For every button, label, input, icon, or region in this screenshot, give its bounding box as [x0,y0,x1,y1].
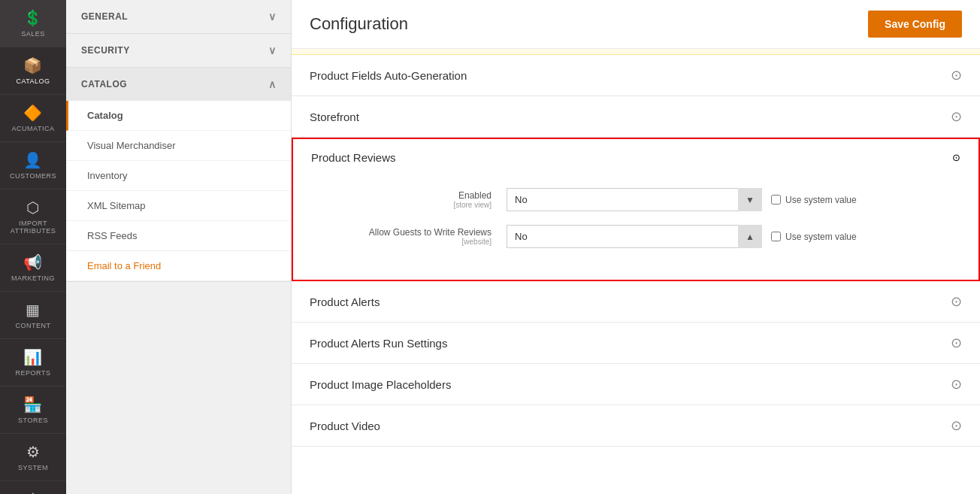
field-control-enabled: No Yes ▼ Use system value [507,188,857,211]
save-config-button[interactable]: Save Config [868,11,962,38]
sidebar-item-reports[interactable]: 📊 REPORTS [0,339,66,386]
left-nav: 💲 SALES 📦 CATALOG 🔶 ACUMATICA 👤 CUSTOMER… [0,0,66,494]
chevron-down-icon: ∨ [268,11,277,23]
nav-content-label: CONTENT [16,322,51,329]
import-attributes-icon: ⬡ [26,199,40,217]
catalog-icon: 📦 [23,56,43,74]
nav-import-label: IMPORT ATTRIBUTES [3,220,63,235]
field-scope-enabled: [store view] [311,201,492,209]
section-product-image-placeholders[interactable]: Product Image Placeholders ⊙ [292,364,980,405]
section-product-video-title: Product Video [310,420,380,432]
select-wrapper-allow-guests: No Yes ▲ [507,225,762,248]
system-icon: ⚙ [26,443,41,461]
expand-circle-icon: ⊙ [951,67,962,83]
inventory-label: Inventory [87,170,127,181]
expand-circle-icon-6: ⊙ [951,376,962,392]
product-reviews-header[interactable]: Product Reviews ⊙ [293,139,978,176]
sidebar-item-acumatica[interactable]: 🔶 ACUMATICA [0,95,66,142]
rss-feeds-label: RSS Feeds [87,230,137,241]
field-row-enabled: Enabled [store view] No Yes ▼ [311,188,960,211]
xml-sitemap-label: XML Sitemap [87,200,146,211]
section-product-reviews: Product Reviews ⊙ Enabled [store view] N… [292,138,980,281]
select-wrapper-enabled: No Yes ▼ [507,188,762,211]
nav-stores-label: STORES [18,417,48,424]
nav-customers-label: CUSTOMERS [10,172,56,180]
sidebar-item-stores[interactable]: 🏪 STORES [0,386,66,434]
chevron-up-icon: ∧ [268,78,277,90]
sidebar-section-general: GENERAL ∨ [66,0,291,34]
sidebar-item-content[interactable]: ▦ CONTENT [0,292,66,339]
chevron-down-icon-2: ∨ [268,44,277,56]
yellow-bar [292,49,980,55]
sidebar-section-general-header[interactable]: GENERAL ∨ [66,0,291,33]
sidebar-item-sales[interactable]: 💲 SALES [0,0,66,47]
system-value-enabled: Use system value [771,195,857,205]
nav-reports-label: REPORTS [16,369,51,377]
section-product-alerts-run[interactable]: Product Alerts Run Settings ⊙ [292,323,980,364]
sidebar-item-catalog[interactable]: 📦 CATALOG [0,47,66,95]
main-header: Configuration Save Config [292,0,980,49]
content-area: Product Fields Auto-Generation ⊙ Storefr… [292,55,980,447]
sidebar-item-visual-merchandiser[interactable]: Visual Merchandiser [66,131,291,161]
expand-circle-icon-5: ⊙ [951,335,962,351]
expand-circle-icon-3: ⊙ [952,152,960,163]
sidebar-section-catalog-header[interactable]: CATALOG ∧ [66,68,291,101]
content-icon: ▦ [26,301,41,319]
section-product-fields-auto-generation[interactable]: Product Fields Auto-Generation ⊙ [292,55,980,96]
config-sidebar: GENERAL ∨ SECURITY ∨ CATALOG ∧ Catalog V… [66,0,292,494]
sidebar-item-system[interactable]: ⚙ SYSTEM [0,434,66,481]
page-title: Configuration [310,14,408,34]
sidebar-catalog-items: Catalog Visual Merchandiser Inventory XM… [66,101,291,281]
section-product-alerts-title: Product Alerts [310,295,380,308]
sidebar-item-customers[interactable]: 👤 CUSTOMERS [0,142,66,189]
section-product-alerts-run-title: Product Alerts Run Settings [310,337,447,350]
nav-marketing-label: MARKETING [11,274,55,282]
sidebar-section-security-header[interactable]: SECURITY ∨ [66,34,291,67]
field-control-allow-guests: No Yes ▲ Use system value [507,225,857,248]
expand-circle-icon-2: ⊙ [951,108,962,125]
marketing-icon: 📢 [23,253,43,271]
expand-circle-icon-4: ⊙ [951,293,962,310]
system-value-enabled-checkbox[interactable] [771,195,781,205]
product-reviews-body: Enabled [store view] No Yes ▼ [293,176,978,280]
section-product-fields-title: Product Fields Auto-Generation [310,69,467,82]
stores-icon: 🏪 [23,396,43,414]
catalog-catalog-label: Catalog [87,110,123,121]
sidebar-item-catalog-catalog[interactable]: Catalog [66,101,291,131]
nav-catalog-label: CATALOG [16,77,50,85]
field-row-allow-guests: Allow Guests to Write Reviews [website] … [311,225,960,248]
field-scope-allow-guests: [website] [311,238,492,246]
sidebar-section-security: SECURITY ∨ [66,34,291,68]
system-value-enabled-label: Use system value [785,195,857,205]
email-to-friend-label: Email to a Friend [87,260,161,271]
sidebar-item-extra[interactable]: ⧫ [0,481,66,494]
visual-merchandiser-label: Visual Merchandiser [87,140,176,151]
section-product-image-placeholders-title: Product Image Placeholders [310,378,451,391]
sidebar-item-xml-sitemap[interactable]: XML Sitemap [66,191,291,221]
system-value-allow-guests-checkbox[interactable] [771,232,781,241]
section-storefront[interactable]: Storefront ⊙ [292,96,980,138]
section-storefront-title: Storefront [310,111,359,123]
enabled-select[interactable]: No Yes [507,188,762,211]
field-label-allow-guests: Allow Guests to Write Reviews [website] [311,227,507,246]
nav-sales-label: SALES [21,30,45,38]
system-value-allow-guests: Use system value [771,232,857,242]
system-value-allow-guests-label: Use system value [785,232,857,242]
main-content: Configuration Save Config Product Fields… [292,0,980,494]
sidebar-item-import-attributes[interactable]: ⬡ IMPORT ATTRIBUTES [0,189,66,244]
allow-guests-select[interactable]: No Yes [507,225,762,248]
product-reviews-title: Product Reviews [311,151,396,164]
sidebar-catalog-label: CATALOG [81,79,127,89]
sidebar-item-email-to-friend[interactable]: Email to a Friend [66,251,291,281]
section-product-alerts[interactable]: Product Alerts ⊙ [292,281,980,323]
section-product-video[interactable]: Product Video ⊙ [292,405,980,447]
sidebar-section-catalog: CATALOG ∧ Catalog Visual Merchandiser In… [66,68,291,282]
sidebar-item-rss-feeds[interactable]: RSS Feeds [66,221,291,251]
sidebar-item-marketing[interactable]: 📢 MARKETING [0,244,66,292]
nav-acumatica-label: ACUMATICA [12,125,55,132]
sales-icon: 💲 [23,9,43,27]
extra-icon: ⧫ [29,490,38,494]
sidebar-general-label: GENERAL [81,11,128,22]
sidebar-security-label: SECURITY [81,45,130,56]
sidebar-item-inventory[interactable]: Inventory [66,161,291,191]
